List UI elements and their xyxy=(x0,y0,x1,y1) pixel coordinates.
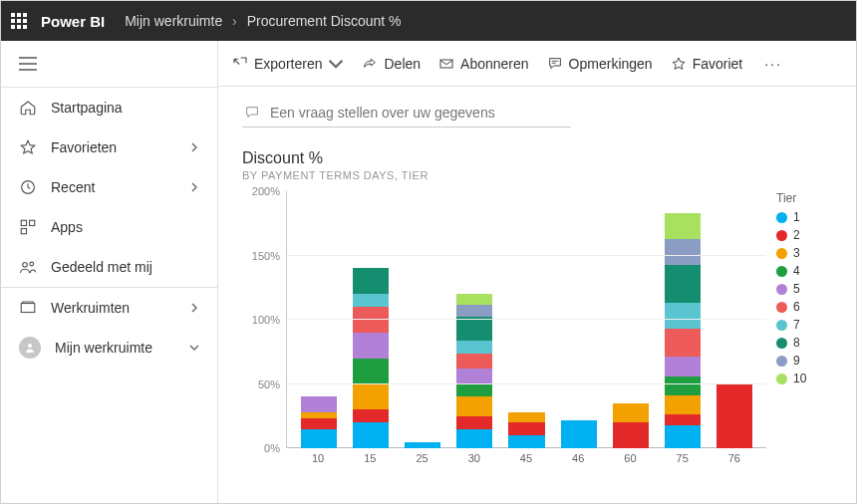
legend-item[interactable]: 2 xyxy=(776,227,836,243)
home-icon xyxy=(19,99,37,117)
y-tick-label: 0% xyxy=(264,442,280,454)
bar-segment xyxy=(665,213,701,239)
bar-column[interactable] xyxy=(293,396,345,448)
legend-item[interactable]: 8 xyxy=(776,335,836,351)
bar-segment xyxy=(456,384,492,397)
legend-item[interactable]: 1 xyxy=(776,209,836,225)
svg-point-5 xyxy=(30,262,34,266)
nav-my-workspace-label: Mijn werkruimte xyxy=(55,340,152,356)
nav-my-workspace[interactable]: Mijn werkruimte xyxy=(1,328,217,368)
legend-swatch-icon xyxy=(776,248,787,259)
nav-favorites[interactable]: Favorieten xyxy=(1,127,217,167)
chevron-right-icon xyxy=(189,182,199,192)
breadcrumb-report[interactable]: Procurement Discount % xyxy=(247,13,402,29)
comments-label: Opmerkingen xyxy=(569,56,653,72)
bar-segment xyxy=(405,442,440,448)
bar-column[interactable] xyxy=(448,294,500,448)
legend-label: 5 xyxy=(793,281,800,297)
bar-column[interactable] xyxy=(500,412,552,448)
legend-swatch-icon xyxy=(776,338,787,349)
hamburger-icon xyxy=(19,57,37,71)
x-tick-label: 30 xyxy=(448,452,500,464)
bar-column[interactable] xyxy=(345,268,397,448)
legend-swatch-icon xyxy=(776,212,787,223)
nav-apps-label: Apps xyxy=(51,219,83,235)
bar-segment xyxy=(665,377,701,395)
brand-label: Power BI xyxy=(41,13,105,30)
nav-home[interactable]: Startpagina xyxy=(1,88,217,127)
bar-segment xyxy=(665,414,701,424)
bar-segment xyxy=(456,429,492,448)
favorite-button[interactable]: Favoriet xyxy=(671,56,743,72)
comment-icon xyxy=(547,56,563,72)
share-button[interactable]: Delen xyxy=(362,56,421,72)
legend-label: 3 xyxy=(793,245,800,261)
app-launcher-icon[interactable] xyxy=(11,13,27,29)
y-tick-label: 150% xyxy=(252,250,280,262)
export-icon xyxy=(232,56,248,72)
nav-apps[interactable]: Apps xyxy=(1,207,217,247)
chart-y-axis: 0%50%100%150%200% xyxy=(242,191,286,448)
chart-plot-area xyxy=(286,191,766,448)
x-tick-label: 75 xyxy=(657,452,709,464)
nav-workspaces[interactable]: Werkruimten xyxy=(1,288,217,328)
chart-x-axis: 101525304546607576 xyxy=(286,448,766,464)
bar-segment xyxy=(353,333,389,359)
bar-segment xyxy=(301,429,337,448)
bar-segment xyxy=(665,303,701,329)
nav-shared[interactable]: Gedeeld met mij xyxy=(1,247,217,287)
legend-swatch-icon xyxy=(776,230,787,241)
legend-label: 2 xyxy=(793,227,800,243)
subscribe-button[interactable]: Abonneren xyxy=(438,56,529,72)
chat-icon xyxy=(244,105,260,121)
bar-segment xyxy=(353,294,389,307)
comments-button[interactable]: Opmerkingen xyxy=(547,56,653,72)
y-tick-label: 100% xyxy=(252,314,280,326)
x-tick-label: 15 xyxy=(344,452,396,464)
people-icon xyxy=(19,258,37,276)
legend-label: 8 xyxy=(793,335,800,351)
bar-segment xyxy=(456,416,492,429)
svg-rect-9 xyxy=(440,60,452,68)
legend-label: 4 xyxy=(793,263,800,279)
legend-item[interactable]: 6 xyxy=(776,299,836,315)
workspaces-icon xyxy=(19,299,37,317)
qna-input[interactable]: Een vraag stellen over uw gegevens xyxy=(242,105,571,127)
legend-label: 9 xyxy=(793,353,800,369)
legend-title: Tier xyxy=(776,191,836,205)
legend-swatch-icon xyxy=(776,284,787,295)
star-icon xyxy=(19,138,37,156)
bar-segment xyxy=(665,265,701,304)
legend-item[interactable]: 10 xyxy=(776,371,836,386)
bar-segment xyxy=(561,420,597,448)
legend-item[interactable]: 7 xyxy=(776,317,836,333)
bar-segment xyxy=(353,268,389,294)
svg-rect-1 xyxy=(21,220,26,225)
nav-favorites-label: Favorieten xyxy=(51,139,117,155)
legend-swatch-icon xyxy=(776,356,787,367)
chart-visual[interactable]: Discount % BY PAYMENT TERMS DAYS, TIER 0… xyxy=(242,149,836,464)
legend-item[interactable]: 4 xyxy=(776,263,836,279)
chevron-right-icon: › xyxy=(232,13,237,29)
report-toolbar: Exporteren Delen Abonneren Opmerkingen xyxy=(218,41,856,87)
y-tick-label: 50% xyxy=(258,378,280,390)
bar-column[interactable] xyxy=(605,403,657,448)
bar-segment xyxy=(353,307,389,333)
export-button[interactable]: Exporteren xyxy=(232,56,344,72)
bar-column[interactable] xyxy=(397,442,448,448)
bar-column[interactable] xyxy=(657,213,709,448)
bar-column[interactable] xyxy=(709,384,760,449)
nav-shared-label: Gedeeld met mij xyxy=(51,259,152,275)
subscribe-label: Abonneren xyxy=(460,56,529,72)
nav-recent-label: Recent xyxy=(51,179,95,195)
nav-toggle-button[interactable] xyxy=(1,41,217,87)
favorite-label: Favoriet xyxy=(693,56,743,72)
bar-column[interactable] xyxy=(553,420,605,448)
breadcrumb-workspace[interactable]: Mijn werkruimte xyxy=(125,13,222,29)
more-actions-button[interactable]: ··· xyxy=(760,56,786,72)
export-label: Exporteren xyxy=(254,56,322,72)
nav-recent[interactable]: Recent xyxy=(1,167,217,207)
legend-item[interactable]: 5 xyxy=(776,281,836,297)
legend-item[interactable]: 9 xyxy=(776,353,836,369)
legend-item[interactable]: 3 xyxy=(776,245,836,261)
